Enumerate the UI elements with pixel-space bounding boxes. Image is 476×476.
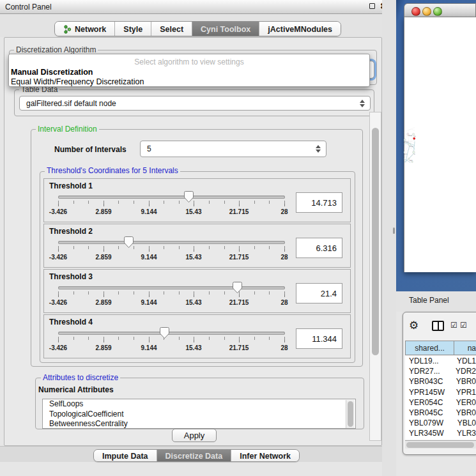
close-traffic-light-icon[interactable] (411, 7, 420, 16)
tab-cyni-toolbox[interactable]: Cyni Toolbox (192, 22, 259, 36)
top-tabs: Network Style Select Cyni Toolbox jActiv… (54, 21, 341, 36)
tick-label: 9.144 (141, 299, 157, 306)
scrollbar-thumb[interactable] (372, 128, 379, 355)
tab-impute-data-label: Impute Data (102, 452, 148, 461)
node-right-mid[interactable] (413, 151, 415, 154)
node-label-hap2: HAP2 (409, 160, 413, 161)
zoom-traffic-light-icon[interactable] (433, 7, 442, 16)
tick-label: 2.859 (95, 299, 111, 306)
tab-style[interactable]: Style (115, 22, 151, 36)
node-label-gal80: GAL80 (408, 135, 413, 137)
threshold-2-slider[interactable] (58, 241, 285, 244)
tab-impute-data[interactable]: Impute Data (94, 450, 157, 462)
tick-label: 15.43 (185, 254, 201, 261)
threshold-1-label: Threshold 1 (49, 181, 93, 190)
app-window: Control Panel ✖ Network Style Select Cyn… (0, 0, 476, 476)
threshold-4-label: Threshold 4 (49, 318, 93, 326)
scrollbar-thumb[interactable] (406, 442, 474, 448)
list-item[interactable]: BetweennessCentrality (43, 419, 355, 429)
threshold-4-thumb[interactable] (159, 326, 170, 339)
tab-jactivemnodules[interactable]: jActiveMNodules (259, 22, 341, 36)
network-window-titlebar[interactable] (404, 3, 476, 17)
table-row[interactable]: YPR145WYPR1 (405, 387, 476, 397)
tick-label: 21.715 (229, 299, 249, 306)
list-item[interactable]: TopologicalCoefficient (43, 410, 355, 420)
panel-divider[interactable] (382, 0, 396, 476)
table-data-combobox[interactable]: galFiltered.sif default node (19, 96, 371, 111)
threshold-4-slider[interactable] (58, 332, 285, 335)
float-window-icon[interactable] (369, 3, 375, 9)
slider-minor-ticks (58, 201, 286, 204)
threshold-1-slider[interactable] (58, 196, 285, 199)
list-scrollbar[interactable] (346, 400, 355, 429)
table-row[interactable]: YDR27...YDR2 (405, 366, 476, 376)
node-gcy1[interactable] (404, 151, 405, 153)
table-row[interactable]: YER054CYER0 (405, 397, 476, 408)
table-row[interactable]: YIL052CYIL0 (405, 439, 476, 440)
algorithm-dropdown-popup: Select algorithm to view settings Manual… (8, 54, 370, 87)
threshold-3-slider[interactable] (58, 286, 285, 289)
columns-icon[interactable] (432, 321, 444, 331)
threshold-3-thumb[interactable] (232, 281, 243, 294)
table-row[interactable]: YDL19...YDL1 (405, 356, 476, 366)
node-selected-red[interactable] (413, 137, 415, 139)
option-manual-discretization[interactable]: Manual Discretization (11, 68, 93, 77)
tick-label: 21.715 (229, 208, 249, 215)
column-header-shared[interactable]: shared... (405, 341, 454, 355)
tick-label: 2.859 (95, 344, 111, 351)
node-label-partial-h: H (414, 153, 415, 155)
threshold-1-box: Threshold 1 -3.426 2.859 9.144 15.43 21.… (43, 178, 351, 222)
threshold-2-value-field[interactable]: 6.316 (296, 238, 342, 258)
tick-label: -3.426 (49, 344, 67, 351)
column-header-name[interactable]: na (454, 341, 476, 355)
table-row[interactable]: YLR345WYLR3 (405, 428, 476, 438)
control-panel-scrollbar[interactable] (369, 112, 381, 441)
gear-icon[interactable]: ⚙ (409, 319, 418, 332)
slider-minor-ticks (58, 246, 286, 249)
network-icon (63, 25, 72, 34)
node-gal4[interactable] (408, 143, 411, 146)
tick-label: 28 (280, 344, 288, 351)
table-rows[interactable]: YDL19...YDL1 YDR27...YDR2 YBR043CYBR0 YP… (405, 356, 476, 440)
numerical-attributes-label: Numerical Attributes (38, 385, 114, 394)
threshold-2-box: Threshold 2 -3.426 2.859 9.144 15.43 21.… (43, 224, 351, 268)
number-of-intervals-value: 5 (141, 144, 313, 153)
node-gal11[interactable] (404, 139, 406, 141)
number-of-intervals-combobox[interactable]: 5 (140, 141, 326, 157)
threshold-2-label: Threshold 2 (49, 227, 93, 236)
option-equal-width-discretization[interactable]: Equal Width/Frequency Discretization (11, 77, 144, 86)
checkbox-icon[interactable]: ☑ (460, 321, 468, 330)
threshold-2-thumb[interactable] (123, 236, 134, 249)
threshold-4-box: Threshold 4 -3.426 2.859 9.144 15.43 21.… (43, 314, 351, 358)
node-label-gal11: GAL11 (404, 141, 410, 143)
minimize-traffic-light-icon[interactable] (422, 7, 431, 16)
network-graph[interactable]: GAL80 GA C GAL11 GAL4 GCY1 H HAP2 (404, 17, 476, 272)
node-bottom[interactable] (411, 161, 413, 162)
table-row[interactable]: YBL079WYBL0 (405, 418, 476, 428)
tab-style-label: Style (123, 25, 142, 34)
tab-infer-network[interactable]: Infer Network (231, 450, 299, 462)
tab-select[interactable]: Select (151, 22, 192, 36)
divider-handle-icon[interactable] (393, 227, 395, 234)
tab-discretize-data[interactable]: Discretize Data (157, 450, 232, 462)
table-row[interactable]: YBR043CYBR0 (405, 376, 476, 387)
bottom-tabs: Impute Data Discretize Data Infer Networ… (93, 449, 300, 462)
numerical-attributes-list[interactable]: SelfLoops TopologicalCoefficient Between… (42, 399, 356, 429)
tick-label: 15.43 (185, 299, 201, 306)
table-horizontal-scrollbar[interactable] (405, 440, 476, 449)
threshold-1-value-field[interactable]: 14.713 (296, 192, 342, 213)
thresholds-group-title: Threshold's Coordinates for 5 Intervals (45, 167, 180, 174)
tab-network[interactable]: Network (55, 22, 115, 36)
table-row[interactable]: YBR045CYBR0 (405, 408, 476, 418)
list-item[interactable]: SelfLoops (43, 399, 355, 410)
tick-label: 2.859 (95, 254, 111, 261)
checkbox-icon[interactable]: ☑ (450, 321, 458, 330)
apply-button[interactable]: Apply (172, 429, 217, 442)
control-panel-titlebar (0, 0, 396, 14)
node-top-right[interactable] (412, 133, 414, 135)
threshold-4-value-field[interactable]: 11.344 (296, 328, 342, 349)
threshold-1-thumb[interactable] (183, 190, 194, 203)
threshold-3-label: Threshold 3 (49, 272, 93, 281)
node-hap2[interactable] (408, 158, 410, 159)
threshold-3-value-field[interactable]: 21.4 (296, 283, 342, 303)
